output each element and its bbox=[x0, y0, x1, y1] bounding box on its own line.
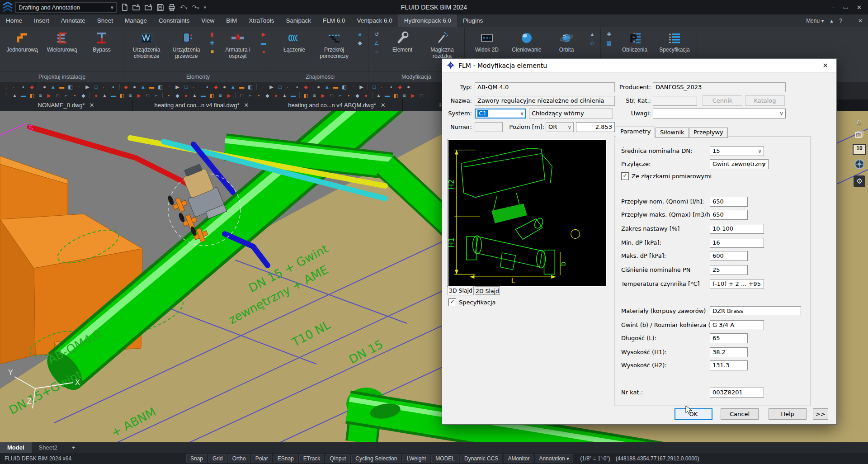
small-tool-icon[interactable]: ✚ bbox=[605, 31, 613, 38]
toolbar-icon[interactable]: ▲ bbox=[49, 83, 57, 90]
toolbar-icon[interactable]: ◧ bbox=[28, 92, 36, 99]
toolbar-icon[interactable]: ◧ bbox=[118, 92, 126, 99]
status-toggle-dynamic-ccs[interactable]: Dynamic CCS bbox=[460, 454, 502, 463]
toolbar-icon[interactable]: ◆ bbox=[263, 92, 272, 99]
close-tab-icon[interactable]: ✕ bbox=[381, 102, 386, 109]
toolbar-icon[interactable]: ▲ bbox=[10, 92, 19, 99]
toolbar-icon[interactable]: □ bbox=[417, 92, 426, 99]
small-tool-icon[interactable]: ◆ bbox=[356, 40, 364, 47]
close-tab-icon[interactable]: ✕ bbox=[244, 102, 249, 109]
param-field-wysoko-h2[interactable]: 131.3 bbox=[710, 360, 748, 370]
ribbon-button-wielorurow[interactable]: Wielorurową bbox=[42, 28, 82, 53]
toolbar-icon[interactable]: ≡ bbox=[259, 83, 267, 90]
toolbar-icon[interactable]: ⌐ bbox=[190, 83, 199, 90]
undo-icon[interactable]: ↶▾ bbox=[180, 4, 187, 11]
toolbar-icon[interactable]: ≡ bbox=[400, 92, 409, 99]
ribbon-button-armatura-i-osprz-t[interactable]: Armatura i osprzęt bbox=[218, 28, 258, 60]
toolbar-icon[interactable]: ⌐ bbox=[100, 83, 109, 90]
toolbar-icon[interactable]: ⌐ bbox=[246, 92, 255, 99]
collapse-ribbon-icon[interactable]: ▴ bbox=[830, 18, 833, 24]
redo-icon[interactable]: ↷▾ bbox=[192, 4, 199, 11]
param-field-gwint-b-rozmiar-ko-nierza-a[interactable]: G 3/4 A bbox=[710, 320, 764, 330]
dialog-title-bar[interactable]: FLM - Modyfikacja elementu ✕ bbox=[442, 59, 836, 73]
-button[interactable]: >> bbox=[813, 408, 828, 420]
uwagi-combo[interactable]: ∨ bbox=[653, 109, 786, 118]
ribbon-button-element[interactable]: Element bbox=[382, 28, 422, 53]
param-field-d-ugo-l[interactable]: 65 bbox=[710, 333, 748, 343]
katalog-button[interactable]: Katalog bbox=[745, 95, 785, 106]
toolbar-icon[interactable]: ▲ bbox=[139, 83, 147, 90]
gear-icon[interactable]: ⚙ bbox=[854, 175, 865, 187]
close-icon[interactable]: ✕ bbox=[857, 4, 862, 11]
menu-tab-ventpack-6-0[interactable]: Ventpack 6.0 bbox=[351, 14, 398, 27]
toolbar-icon[interactable]: ≡ bbox=[36, 92, 45, 99]
toolbar-icon[interactable]: ▪ bbox=[165, 92, 173, 99]
toolbar-icon[interactable]: ▪ bbox=[255, 92, 263, 99]
toolbar-icon[interactable]: ● bbox=[130, 83, 139, 90]
close-tab-icon[interactable]: ✕ bbox=[90, 102, 94, 109]
toolbar-icon[interactable]: ≡ bbox=[126, 92, 135, 99]
toolbar-icon[interactable]: ▪ bbox=[71, 92, 79, 99]
param-field-zakres-nastawy[interactable]: 10-100 bbox=[710, 224, 764, 234]
param-field-nr-kat[interactable]: 003Z8201 bbox=[710, 388, 764, 398]
status-toggle-esnap[interactable]: ESnap bbox=[274, 454, 298, 463]
ribbon-button-urz-dzenia-grzewcze[interactable]: Urządzenia grzewcze bbox=[166, 28, 206, 60]
toolbar-icon[interactable]: □ bbox=[327, 92, 336, 99]
toolbar-icon[interactable]: ● bbox=[92, 92, 100, 99]
specyfikacja-checkbox[interactable]: ✓ Specyfikacja bbox=[448, 298, 496, 306]
help-button[interactable]: ? bbox=[840, 18, 843, 24]
toolbar-icon[interactable]: ● bbox=[404, 83, 413, 90]
slide-tab-3d-slajd[interactable]: 3D Slajd bbox=[448, 286, 474, 295]
minimize-icon[interactable]: – bbox=[832, 4, 835, 11]
import-file-icon[interactable] bbox=[145, 4, 152, 11]
toolbar-icon[interactable]: ▪ bbox=[344, 92, 353, 99]
toolbar-icon[interactable]: ▲ bbox=[374, 92, 383, 99]
status-toggle-qinput[interactable]: QInput bbox=[326, 454, 350, 463]
toolbar-icon[interactable]: ⌐ bbox=[62, 92, 71, 99]
toolbar-icon[interactable]: ▬ bbox=[109, 92, 118, 99]
toolbar-icon[interactable]: ◆ bbox=[212, 83, 220, 90]
ribbon-button-przekr-j-pomocniczy[interactable]: Przekrój pomocniczy bbox=[314, 28, 354, 60]
toolbar-icon[interactable]: □ bbox=[92, 83, 100, 90]
ribbon-button-jednorurow[interactable]: Jednorurową bbox=[2, 28, 42, 53]
status-toggle-snap[interactable]: Snap bbox=[186, 454, 207, 463]
toolbar-icon[interactable]: ▶ bbox=[409, 92, 417, 99]
ribbon-button-specyfikacja[interactable]: Specyfikacja bbox=[655, 28, 694, 53]
toolbar-icon[interactable]: ▪ bbox=[203, 83, 212, 90]
sheet-tab-sheet2[interactable]: Sheet2 bbox=[32, 442, 65, 453]
param-field-ci-nienie-nominalne-pn[interactable]: 25 bbox=[710, 265, 748, 275]
toolbar-icon[interactable]: ● bbox=[362, 92, 370, 99]
cennik-button[interactable]: Cennik bbox=[703, 95, 742, 106]
menu-button[interactable]: Menu ▾ bbox=[806, 18, 824, 24]
param-field-min-dp-kpa[interactable]: 16 bbox=[710, 238, 764, 248]
toolbar-icon[interactable]: ◧ bbox=[246, 83, 255, 90]
ribbon-button-obliczenia[interactable]: P+−×Obliczenia bbox=[615, 28, 655, 53]
toolbar-icon[interactable]: ▪ bbox=[387, 83, 396, 90]
param-field-przep-yw-nom-qnom-l-h[interactable]: 650 bbox=[710, 197, 748, 207]
status-toggle-cycling-selection[interactable]: Cycling Selection bbox=[351, 454, 401, 463]
menu-tab-sheet[interactable]: Sheet bbox=[91, 14, 119, 27]
toolbar-icon[interactable]: ▶ bbox=[45, 92, 53, 99]
status-toggle-ortho[interactable]: Ortho bbox=[228, 454, 250, 463]
toolbar-icon[interactable]: ◧ bbox=[208, 92, 216, 99]
toolbar-icon[interactable]: ▶ bbox=[319, 92, 327, 99]
toolbar-icon[interactable]: ◆ bbox=[28, 83, 36, 90]
save-icon[interactable] bbox=[157, 4, 164, 11]
toolbar-icon[interactable]: ● bbox=[40, 83, 49, 90]
param-combo-przy-cze[interactable]: Gwint zewnętrzny∨ bbox=[710, 159, 769, 169]
menu-tab-view[interactable]: View bbox=[195, 14, 220, 27]
navigation-wheel-icon[interactable] bbox=[854, 159, 865, 171]
maximize-icon[interactable]: ▭ bbox=[843, 4, 849, 11]
toolbar-icon[interactable]: ▶ bbox=[267, 83, 276, 90]
toolbar-icon[interactable]: ◧ bbox=[392, 92, 400, 99]
typ-field[interactable]: AB-QM 4.0 bbox=[475, 82, 615, 92]
param-field-temperatura-czynnika-c[interactable]: (-10) + 2 ... +95 bbox=[710, 279, 764, 289]
small-tool-icon[interactable]: ▶ bbox=[260, 31, 268, 38]
strkat-field[interactable] bbox=[653, 96, 697, 106]
layer-count-badge[interactable]: 10 bbox=[853, 144, 866, 155]
menu-tab-bim[interactable]: BIM bbox=[220, 14, 243, 27]
grip-handle-icon[interactable]: ⋮ bbox=[4, 92, 9, 98]
toolbar-icon[interactable]: ◧ bbox=[66, 83, 75, 90]
menu-tab-annotate[interactable]: Annotate bbox=[55, 14, 91, 27]
param-field-przep-yw-maks-qmax-m3-h[interactable]: 650 bbox=[710, 210, 748, 220]
